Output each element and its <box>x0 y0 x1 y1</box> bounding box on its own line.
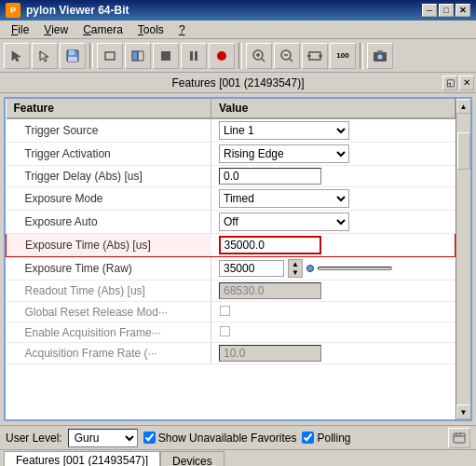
svg-point-12 <box>217 51 226 61</box>
trigger-activation-select[interactable]: Rising Edge Falling Edge <box>219 144 349 163</box>
stop-button[interactable] <box>153 43 179 69</box>
readout-time-input <box>219 282 321 299</box>
show-unavailable-label: Show Unavailable Favorites <box>158 432 297 445</box>
minimize-button[interactable]: ─ <box>422 4 437 17</box>
exposure-mode-select[interactable]: Timed TriggerWidth <box>219 189 349 208</box>
show-unavailable-checkbox[interactable] <box>143 432 156 444</box>
menu-camera[interactable]: Camera <box>75 21 130 38</box>
show-unavailable-item: Show Unavailable Favorites <box>143 432 297 445</box>
table-row: Acquisition Frame Rate (··· <box>7 343 456 364</box>
trigger-delay-input[interactable] <box>219 168 321 185</box>
title-bar: P pylon Viewer 64-Bit ─ □ ✕ <box>0 0 476 21</box>
exposure-auto-select[interactable]: Off Once Continuous <box>219 212 349 231</box>
zoom-fit-button[interactable] <box>302 43 328 69</box>
table-row: Enable Acquisition Frame··· <box>7 322 456 343</box>
table-wrapper: Feature Value Trigger Source Line 1 Line… <box>6 99 456 419</box>
col-feature-header: Feature <box>7 99 211 118</box>
svg-rect-7 <box>132 51 138 61</box>
svg-rect-26 <box>454 433 465 443</box>
exposure-time-abs-input[interactable] <box>219 236 321 254</box>
feature-value[interactable] <box>211 302 456 322</box>
menu-view[interactable]: View <box>36 21 75 38</box>
menu-help[interactable]: ? <box>171 21 193 38</box>
spin-down-button[interactable]: ▼ <box>289 268 302 277</box>
feature-label: Trigger Activation <box>7 143 211 166</box>
scroll-up-button[interactable]: ▲ <box>456 99 471 114</box>
table-row: Exposure Auto Off Once Continuous <box>7 211 456 234</box>
zoom-100-button[interactable]: 100 <box>330 43 356 69</box>
user-level-select[interactable]: Guru Expert Beginner <box>68 429 138 447</box>
polling-checkbox[interactable] <box>302 432 314 444</box>
menu-file[interactable]: File <box>4 21 36 38</box>
feature-value <box>211 281 456 302</box>
zoom-in-button[interactable] <box>246 43 272 69</box>
slider-handle <box>306 265 314 272</box>
table-header-row: Feature Value <box>7 99 456 118</box>
feature-value[interactable] <box>211 322 456 343</box>
exposure-time-raw-input[interactable] <box>219 260 284 277</box>
maximize-button[interactable]: □ <box>439 4 454 17</box>
settings-button[interactable] <box>448 428 470 448</box>
features-table-area: Feature Value Trigger Source Line 1 Line… <box>4 97 472 421</box>
tab-features[interactable]: Features [001 (21493547)] <box>4 451 160 466</box>
table-row: Exposure Time (Abs) [us] <box>7 234 456 257</box>
feature-label: Enable Acquisition Frame··· <box>7 322 211 343</box>
feature-value[interactable]: Timed TriggerWidth <box>211 187 456 211</box>
zoom-out-button[interactable] <box>274 43 300 69</box>
menu-bar: File View Camera Tools ? <box>0 21 476 39</box>
feature-label: Exposure Time (Abs) [us] <box>7 234 211 257</box>
svg-point-24 <box>377 54 383 60</box>
feature-value[interactable] <box>211 234 456 257</box>
status-bar: User Level: Guru Expert Beginner Show Un… <box>0 425 476 449</box>
acquisition-frame-rate-input[interactable] <box>219 345 321 362</box>
trigger-source-select[interactable]: Line 1 Line 2 Software <box>219 121 349 140</box>
toolbar-separator-2 <box>238 43 242 69</box>
user-level-label: User Level: <box>6 432 62 445</box>
enable-acquisition-checkbox[interactable] <box>220 325 231 336</box>
tab-devices[interactable]: Devices <box>160 451 224 466</box>
global-reset-checkbox[interactable] <box>220 305 231 316</box>
rect-fill-tool-button[interactable] <box>125 43 151 69</box>
panel-undock-button[interactable]: ◱ <box>442 75 457 90</box>
pause-button[interactable] <box>181 43 207 69</box>
toolbar: 100 <box>0 39 476 73</box>
rect-tool-button[interactable] <box>97 43 123 69</box>
table-row: Readout Time (Abs) [us] <box>7 281 456 302</box>
panel-close-button[interactable]: ✕ <box>459 75 474 90</box>
polling-item: Polling <box>302 432 350 445</box>
svg-rect-9 <box>161 51 170 61</box>
feature-value[interactable]: ▲ ▼ <box>211 257 456 281</box>
svg-line-16 <box>262 59 265 62</box>
feature-value[interactable]: Rising Edge Falling Edge <box>211 143 456 166</box>
feature-label: Acquisition Frame Rate (··· <box>7 343 211 364</box>
close-button[interactable]: ✕ <box>456 4 470 17</box>
features-panel-title: Features [001 (21493547)] <box>171 76 304 89</box>
camera-button[interactable] <box>367 43 393 69</box>
feature-label: Trigger Source <box>7 118 211 143</box>
vertical-scrollbar[interactable]: ▲ ▼ <box>456 99 470 419</box>
feature-table: Feature Value Trigger Source Line 1 Line… <box>6 99 456 364</box>
feature-label: Exposure Mode <box>7 187 211 211</box>
col-value-header: Value <box>211 99 456 118</box>
feature-value[interactable]: Line 1 Line 2 Software <box>211 118 456 143</box>
select-tool-button[interactable] <box>32 43 58 69</box>
spin-arrows: ▲ ▼ <box>288 259 303 278</box>
svg-rect-4 <box>69 50 75 55</box>
svg-line-19 <box>290 59 292 62</box>
feature-label: Exposure Time (Raw) <box>7 257 211 281</box>
scroll-track[interactable] <box>456 114 471 404</box>
app-icon: P <box>6 3 20 18</box>
feature-value[interactable] <box>211 166 456 187</box>
save-button[interactable] <box>60 43 86 69</box>
feature-value[interactable]: Off Once Continuous <box>211 211 456 234</box>
scroll-down-button[interactable]: ▼ <box>456 404 471 419</box>
record-button[interactable] <box>209 43 235 69</box>
feature-value[interactable] <box>211 343 456 364</box>
feature-label: Trigger Delay (Abs) [us] <box>7 166 211 187</box>
window-controls: ─ □ ✕ <box>422 4 470 17</box>
spin-up-button[interactable]: ▲ <box>289 260 302 268</box>
scroll-thumb[interactable] <box>457 132 470 170</box>
svg-rect-10 <box>190 51 193 61</box>
menu-tools[interactable]: Tools <box>130 21 171 38</box>
pointer-tool-button[interactable] <box>4 43 30 69</box>
